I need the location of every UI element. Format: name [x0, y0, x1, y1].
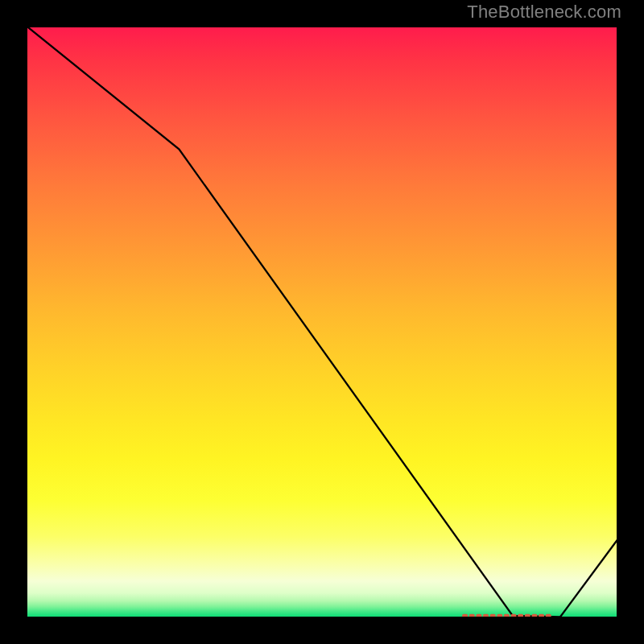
- chart-gradient-area: [24, 24, 620, 620]
- attribution-text: TheBottleneck.com: [467, 2, 621, 23]
